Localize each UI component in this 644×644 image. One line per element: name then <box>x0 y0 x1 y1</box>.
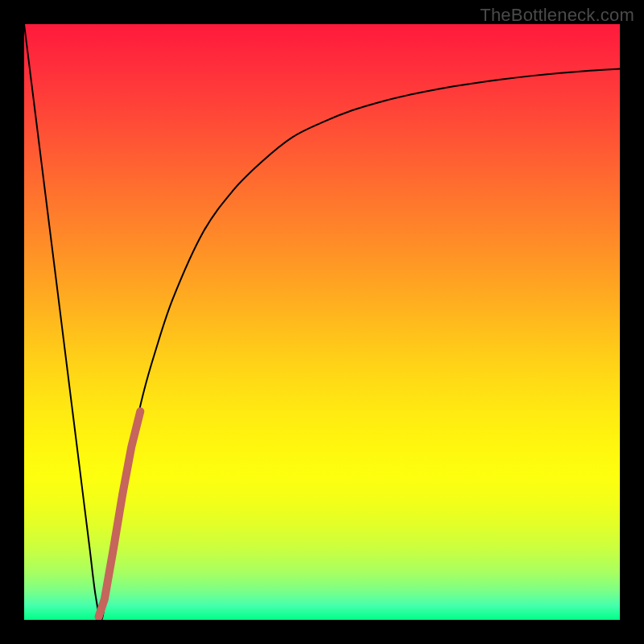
plot-area <box>24 24 620 620</box>
chart-frame: TheBottleneck.com <box>0 0 644 644</box>
curve-svg <box>24 24 620 620</box>
highlight-segment-path <box>99 411 141 617</box>
watermark-text: TheBottleneck.com <box>480 5 634 26</box>
